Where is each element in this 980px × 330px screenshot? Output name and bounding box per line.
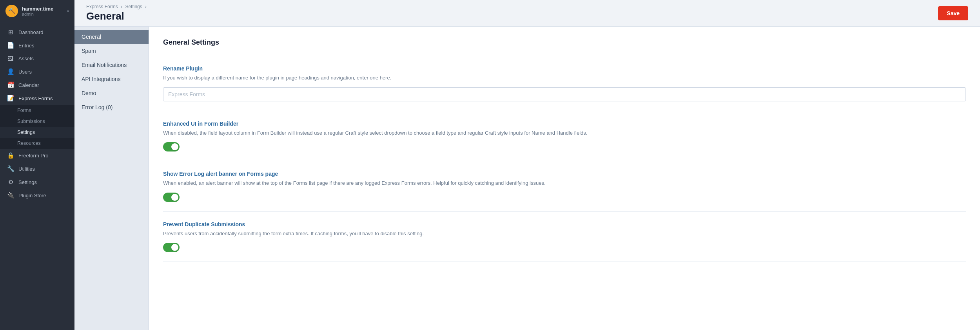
sidebar-item-label: Settings — [18, 179, 37, 185]
freeform-icon: 🔒 — [7, 152, 15, 159]
settings-nav-general[interactable]: General — [74, 30, 149, 44]
username-label: hammer.time — [22, 6, 53, 12]
topbar: Express Forms › Settings › General Save — [74, 0, 980, 27]
subnav-label: Settings — [17, 130, 35, 135]
assets-icon: 🖼 — [7, 55, 15, 62]
subnav-item-resources[interactable]: Resources — [0, 138, 74, 149]
plugin-store-icon: 🔌 — [7, 192, 15, 199]
main-area: Express Forms › Settings › General Save … — [74, 0, 980, 330]
utilities-icon: 🔧 — [7, 165, 15, 172]
user-profile[interactable]: 🔨 hammer.time admin ▾ — [0, 0, 74, 22]
sidebar-item-users[interactable]: 👤 Users — [0, 65, 74, 78]
settings-nav-demo[interactable]: Demo — [74, 86, 149, 100]
rename-plugin-desc: If you wish to display a different name … — [163, 74, 966, 82]
sidebar-item-label: Utilities — [18, 166, 35, 172]
error-log-banner-toggle[interactable] — [163, 193, 180, 202]
sidebar-item-label: Assets — [18, 56, 34, 61]
subnav-item-submissions[interactable]: Submissions — [0, 116, 74, 127]
settings-sidebar: General Spam Email Notifications API Int… — [74, 27, 149, 330]
dashboard-icon: ⊞ — [7, 29, 15, 36]
avatar: 🔨 — [5, 5, 18, 17]
settings-nav-spam[interactable]: Spam — [74, 44, 149, 58]
sidebar-item-freeform-pro[interactable]: 🔒 Freeform Pro — [0, 149, 74, 162]
prevent-duplicate-label: Prevent Duplicate Submissions — [163, 221, 966, 227]
breadcrumb-express-forms[interactable]: Express Forms — [86, 4, 118, 9]
enhanced-ui-toggle[interactable] — [163, 142, 180, 151]
sidebar-item-dashboard[interactable]: ⊞ Dashboard — [0, 25, 74, 39]
enhanced-ui-label: Enhanced UI in Form Builder — [163, 121, 966, 127]
sidebar-item-label: Calendar — [18, 82, 39, 88]
subnav-item-forms[interactable]: Forms — [0, 105, 74, 116]
prevent-duplicate-desc: Prevents users from accidentally submitt… — [163, 230, 966, 238]
subnav-label: Submissions — [17, 119, 45, 124]
sidebar-item-utilities[interactable]: 🔧 Utilities — [0, 162, 74, 175]
sidebar-item-assets[interactable]: 🖼 Assets — [0, 52, 74, 65]
rename-plugin-label: Rename Plugin — [163, 65, 966, 72]
users-icon: 👤 — [7, 68, 15, 75]
sidebar-item-label: Plugin Store — [18, 193, 46, 198]
sidebar-item-calendar[interactable]: 📅 Calendar — [0, 78, 74, 92]
enhanced-ui-desc: When disabled, the field layout column i… — [163, 129, 966, 137]
subnav-item-settings[interactable]: Settings — [0, 127, 74, 138]
setting-prevent-duplicate: Prevent Duplicate Submissions Prevents u… — [163, 212, 966, 262]
sidebar-item-settings[interactable]: ⚙ Settings — [0, 175, 74, 189]
save-button[interactable]: Save — [938, 6, 968, 20]
sidebar-item-entries[interactable]: 📄 Entries — [0, 39, 74, 52]
sidebar-item-label: Users — [18, 69, 32, 75]
settings-nav-email-notifications[interactable]: Email Notifications — [74, 58, 149, 72]
content-area: General Spam Email Notifications API Int… — [74, 27, 980, 330]
breadcrumb-settings[interactable]: Settings — [125, 4, 142, 9]
settings-content: General Settings Rename Plugin If you wi… — [149, 27, 980, 330]
sidebar-item-label: Dashboard — [18, 29, 44, 35]
sidebar-item-label: Freeform Pro — [18, 153, 49, 159]
sidebar-item-label: Entries — [18, 43, 34, 49]
settings-nav-error-log[interactable]: Error Log (0) — [74, 100, 149, 114]
page-title: General — [86, 10, 148, 22]
settings-icon: ⚙ — [7, 179, 15, 186]
sidebar-item-plugin-store[interactable]: 🔌 Plugin Store — [0, 189, 74, 202]
breadcrumb: Express Forms › Settings › — [86, 4, 148, 9]
entries-icon: 📄 — [7, 42, 15, 49]
express-forms-subnav: Forms Submissions Settings Resources — [0, 105, 74, 149]
role-label: admin — [22, 12, 53, 16]
main-sidebar: 🔨 hammer.time admin ▾ ⊞ Dashboard 📄 Entr… — [0, 0, 74, 330]
settings-nav-api-integrations[interactable]: API Integrations — [74, 72, 149, 86]
sidebar-navigation: ⊞ Dashboard 📄 Entries 🖼 Assets 👤 Users 📅… — [0, 22, 74, 330]
setting-rename-plugin: Rename Plugin If you wish to display a d… — [163, 56, 966, 111]
subnav-label: Resources — [17, 141, 41, 146]
setting-error-log-banner: Show Error Log alert banner on Forms pag… — [163, 161, 966, 212]
subnav-label: Forms — [17, 108, 31, 113]
setting-enhanced-ui: Enhanced UI in Form Builder When disable… — [163, 111, 966, 162]
rename-plugin-input[interactable] — [163, 87, 966, 101]
express-forms-icon: 📝 — [7, 95, 15, 102]
calendar-icon: 📅 — [7, 81, 15, 88]
sidebar-item-express-forms[interactable]: 📝 Express Forms — [0, 92, 74, 105]
prevent-duplicate-toggle[interactable] — [163, 243, 180, 252]
sidebar-item-label: Express Forms — [18, 96, 53, 101]
settings-title: General Settings — [163, 38, 966, 47]
chevron-down-icon: ▾ — [67, 9, 69, 13]
error-log-banner-label: Show Error Log alert banner on Forms pag… — [163, 171, 966, 177]
error-log-banner-desc: When enabled, an alert banner will show … — [163, 179, 966, 187]
